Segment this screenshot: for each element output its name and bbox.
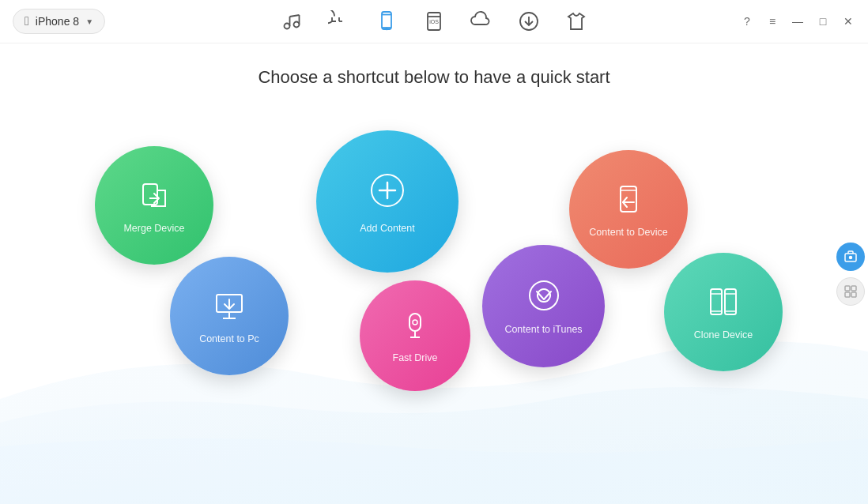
main-content: Choose a shortcut below to have a quick … [0, 43, 868, 504]
add-content-button[interactable]: Add Content [316, 130, 459, 273]
close-button[interactable]: ✕ [841, 14, 855, 28]
svg-rect-44 [851, 292, 856, 297]
content-to-device-button[interactable]: Content to Device [569, 150, 688, 269]
svg-rect-28 [409, 314, 421, 331]
content-to-device-icon [611, 182, 646, 220]
svg-point-0 [285, 24, 290, 29]
svg-rect-34 [725, 289, 736, 314]
svg-line-4 [290, 15, 300, 17]
svg-point-32 [530, 281, 558, 310]
svg-point-40 [850, 256, 852, 258]
toolbar-device[interactable] [374, 9, 399, 34]
minimize-button[interactable]: — [791, 14, 805, 28]
toolbar: iOS [279, 9, 589, 34]
window-controls: ? ≡ — □ ✕ [740, 14, 855, 28]
fast-drive-label: Fast Drive [393, 352, 438, 363]
content-to-itunes-label: Content to iTunes [504, 324, 582, 335]
content-to-pc-button[interactable]: Content to Pc [170, 257, 289, 375]
merge-device-label: Merge Device [123, 223, 184, 234]
toolbar-cloud[interactable] [469, 9, 494, 34]
content-to-pc-icon [212, 288, 247, 327]
sidebar-right [836, 243, 868, 306]
svg-point-10 [386, 28, 387, 30]
chevron-down-icon: ▼ [85, 17, 93, 26]
toolbar-toolkit[interactable] [564, 9, 589, 34]
sidebar-grid-button[interactable] [836, 277, 865, 306]
menu-button[interactable]: ≡ [765, 14, 779, 28]
clone-device-button[interactable]: Clone Device [664, 253, 783, 371]
svg-rect-33 [711, 289, 722, 314]
content-to-itunes-icon [526, 277, 562, 318]
add-icon [366, 169, 409, 216]
fast-drive-button[interactable]: Fast Drive [360, 280, 470, 391]
toolbar-ios[interactable]: iOS [421, 9, 447, 34]
toolbar-history[interactable] [326, 9, 352, 34]
svg-rect-43 [845, 292, 850, 297]
svg-rect-42 [851, 286, 856, 291]
help-button[interactable]: ? [740, 14, 754, 28]
clone-device-label: Clone Device [694, 329, 753, 340]
content-to-pc-label: Content to Pc [199, 333, 259, 344]
svg-point-1 [294, 22, 300, 28]
content-to-itunes-button[interactable]: Content to iTunes [482, 245, 605, 367]
svg-text:iOS: iOS [429, 19, 439, 24]
apple-logo-icon:  [25, 14, 29, 28]
toolbar-download[interactable] [516, 9, 542, 34]
sidebar-primary-button[interactable] [836, 243, 865, 271]
merge-icon [137, 178, 172, 216]
device-name: iPhone 8 [36, 15, 79, 28]
device-selector[interactable]:  iPhone 8 ▼ [13, 9, 105, 34]
clone-device-icon [706, 284, 741, 323]
toolbar-music[interactable] [279, 9, 304, 34]
fast-drive-icon [398, 309, 432, 346]
title-bar:  iPhone 8 ▼ [0, 0, 868, 43]
page-title: Choose a shortcut below to have a quick … [0, 43, 868, 88]
content-to-device-label: Content to Device [589, 227, 667, 238]
svg-rect-41 [845, 286, 850, 291]
add-content-label: Add Content [360, 223, 415, 234]
merge-device-button[interactable]: Merge Device [95, 146, 213, 265]
circles-container: Merge Device Add Content [0, 107, 868, 504]
svg-point-31 [413, 320, 417, 325]
restore-button[interactable]: □ [816, 14, 830, 28]
